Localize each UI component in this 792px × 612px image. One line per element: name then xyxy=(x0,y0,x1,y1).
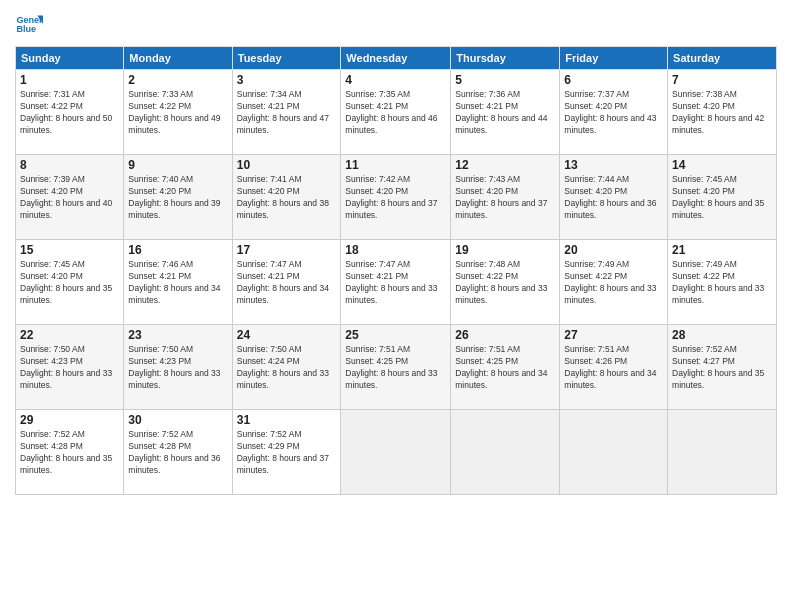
day-number: 6 xyxy=(564,73,663,87)
calendar-day-cell: 11 Sunrise: 7:42 AM Sunset: 4:20 PM Dayl… xyxy=(341,155,451,240)
day-info: Sunrise: 7:49 AM Sunset: 4:22 PM Dayligh… xyxy=(672,259,772,307)
calendar-day-cell: 27 Sunrise: 7:51 AM Sunset: 4:26 PM Dayl… xyxy=(560,325,668,410)
calendar-week-row: 22 Sunrise: 7:50 AM Sunset: 4:23 PM Dayl… xyxy=(16,325,777,410)
day-info: Sunrise: 7:51 AM Sunset: 4:25 PM Dayligh… xyxy=(345,344,446,392)
calendar-day-cell: 26 Sunrise: 7:51 AM Sunset: 4:25 PM Dayl… xyxy=(451,325,560,410)
day-info: Sunrise: 7:45 AM Sunset: 4:20 PM Dayligh… xyxy=(672,174,772,222)
calendar-day-cell: 4 Sunrise: 7:35 AM Sunset: 4:21 PM Dayli… xyxy=(341,70,451,155)
calendar-day-cell: 9 Sunrise: 7:40 AM Sunset: 4:20 PM Dayli… xyxy=(124,155,232,240)
day-info: Sunrise: 7:39 AM Sunset: 4:20 PM Dayligh… xyxy=(20,174,119,222)
calendar-day-cell: 22 Sunrise: 7:50 AM Sunset: 4:23 PM Dayl… xyxy=(16,325,124,410)
weekday-header: Sunday xyxy=(16,47,124,70)
day-number: 14 xyxy=(672,158,772,172)
day-number: 21 xyxy=(672,243,772,257)
day-number: 11 xyxy=(345,158,446,172)
calendar-day-cell: 16 Sunrise: 7:46 AM Sunset: 4:21 PM Dayl… xyxy=(124,240,232,325)
calendar-day-cell: 1 Sunrise: 7:31 AM Sunset: 4:22 PM Dayli… xyxy=(16,70,124,155)
day-info: Sunrise: 7:51 AM Sunset: 4:25 PM Dayligh… xyxy=(455,344,555,392)
calendar-day-cell: 23 Sunrise: 7:50 AM Sunset: 4:23 PM Dayl… xyxy=(124,325,232,410)
calendar-day-cell: 17 Sunrise: 7:47 AM Sunset: 4:21 PM Dayl… xyxy=(232,240,341,325)
logo-icon: General Blue xyxy=(15,10,43,38)
day-number: 30 xyxy=(128,413,227,427)
day-info: Sunrise: 7:51 AM Sunset: 4:26 PM Dayligh… xyxy=(564,344,663,392)
calendar-body: 1 Sunrise: 7:31 AM Sunset: 4:22 PM Dayli… xyxy=(16,70,777,495)
calendar-day-cell: 2 Sunrise: 7:33 AM Sunset: 4:22 PM Dayli… xyxy=(124,70,232,155)
calendar-week-row: 1 Sunrise: 7:31 AM Sunset: 4:22 PM Dayli… xyxy=(16,70,777,155)
calendar-day-cell: 25 Sunrise: 7:51 AM Sunset: 4:25 PM Dayl… xyxy=(341,325,451,410)
day-info: Sunrise: 7:38 AM Sunset: 4:20 PM Dayligh… xyxy=(672,89,772,137)
day-number: 29 xyxy=(20,413,119,427)
day-info: Sunrise: 7:52 AM Sunset: 4:27 PM Dayligh… xyxy=(672,344,772,392)
calendar-day-cell: 8 Sunrise: 7:39 AM Sunset: 4:20 PM Dayli… xyxy=(16,155,124,240)
day-number: 18 xyxy=(345,243,446,257)
day-info: Sunrise: 7:49 AM Sunset: 4:22 PM Dayligh… xyxy=(564,259,663,307)
svg-text:Blue: Blue xyxy=(16,24,36,34)
day-number: 5 xyxy=(455,73,555,87)
calendar-day-cell xyxy=(668,410,777,495)
day-info: Sunrise: 7:40 AM Sunset: 4:20 PM Dayligh… xyxy=(128,174,227,222)
day-number: 1 xyxy=(20,73,119,87)
day-info: Sunrise: 7:52 AM Sunset: 4:29 PM Dayligh… xyxy=(237,429,337,477)
calendar-page: General Blue SundayMondayTuesdayWednesda… xyxy=(0,0,792,612)
day-number: 16 xyxy=(128,243,227,257)
calendar-day-cell: 24 Sunrise: 7:50 AM Sunset: 4:24 PM Dayl… xyxy=(232,325,341,410)
day-info: Sunrise: 7:44 AM Sunset: 4:20 PM Dayligh… xyxy=(564,174,663,222)
calendar-week-row: 15 Sunrise: 7:45 AM Sunset: 4:20 PM Dayl… xyxy=(16,240,777,325)
day-info: Sunrise: 7:48 AM Sunset: 4:22 PM Dayligh… xyxy=(455,259,555,307)
calendar-day-cell: 31 Sunrise: 7:52 AM Sunset: 4:29 PM Dayl… xyxy=(232,410,341,495)
day-number: 22 xyxy=(20,328,119,342)
day-number: 28 xyxy=(672,328,772,342)
day-info: Sunrise: 7:41 AM Sunset: 4:20 PM Dayligh… xyxy=(237,174,337,222)
day-info: Sunrise: 7:52 AM Sunset: 4:28 PM Dayligh… xyxy=(128,429,227,477)
header: General Blue xyxy=(15,10,777,38)
day-info: Sunrise: 7:35 AM Sunset: 4:21 PM Dayligh… xyxy=(345,89,446,137)
day-info: Sunrise: 7:42 AM Sunset: 4:20 PM Dayligh… xyxy=(345,174,446,222)
day-info: Sunrise: 7:45 AM Sunset: 4:20 PM Dayligh… xyxy=(20,259,119,307)
calendar-day-cell: 21 Sunrise: 7:49 AM Sunset: 4:22 PM Dayl… xyxy=(668,240,777,325)
calendar-week-row: 29 Sunrise: 7:52 AM Sunset: 4:28 PM Dayl… xyxy=(16,410,777,495)
day-number: 13 xyxy=(564,158,663,172)
weekday-header: Wednesday xyxy=(341,47,451,70)
day-number: 26 xyxy=(455,328,555,342)
weekday-header: Monday xyxy=(124,47,232,70)
calendar-day-cell: 14 Sunrise: 7:45 AM Sunset: 4:20 PM Dayl… xyxy=(668,155,777,240)
day-number: 7 xyxy=(672,73,772,87)
day-number: 25 xyxy=(345,328,446,342)
day-info: Sunrise: 7:50 AM Sunset: 4:23 PM Dayligh… xyxy=(128,344,227,392)
day-info: Sunrise: 7:47 AM Sunset: 4:21 PM Dayligh… xyxy=(345,259,446,307)
day-number: 19 xyxy=(455,243,555,257)
calendar-day-cell: 10 Sunrise: 7:41 AM Sunset: 4:20 PM Dayl… xyxy=(232,155,341,240)
day-info: Sunrise: 7:33 AM Sunset: 4:22 PM Dayligh… xyxy=(128,89,227,137)
logo: General Blue xyxy=(15,10,43,38)
weekday-header: Saturday xyxy=(668,47,777,70)
calendar-day-cell: 20 Sunrise: 7:49 AM Sunset: 4:22 PM Dayl… xyxy=(560,240,668,325)
day-number: 27 xyxy=(564,328,663,342)
day-info: Sunrise: 7:43 AM Sunset: 4:20 PM Dayligh… xyxy=(455,174,555,222)
day-number: 2 xyxy=(128,73,227,87)
day-number: 17 xyxy=(237,243,337,257)
day-number: 8 xyxy=(20,158,119,172)
day-info: Sunrise: 7:50 AM Sunset: 4:24 PM Dayligh… xyxy=(237,344,337,392)
day-number: 23 xyxy=(128,328,227,342)
calendar-day-cell: 18 Sunrise: 7:47 AM Sunset: 4:21 PM Dayl… xyxy=(341,240,451,325)
day-number: 3 xyxy=(237,73,337,87)
calendar-day-cell: 19 Sunrise: 7:48 AM Sunset: 4:22 PM Dayl… xyxy=(451,240,560,325)
calendar-day-cell: 29 Sunrise: 7:52 AM Sunset: 4:28 PM Dayl… xyxy=(16,410,124,495)
calendar-table: SundayMondayTuesdayWednesdayThursdayFrid… xyxy=(15,46,777,495)
day-number: 9 xyxy=(128,158,227,172)
day-info: Sunrise: 7:31 AM Sunset: 4:22 PM Dayligh… xyxy=(20,89,119,137)
calendar-day-cell: 12 Sunrise: 7:43 AM Sunset: 4:20 PM Dayl… xyxy=(451,155,560,240)
calendar-day-cell: 13 Sunrise: 7:44 AM Sunset: 4:20 PM Dayl… xyxy=(560,155,668,240)
day-number: 4 xyxy=(345,73,446,87)
calendar-day-cell: 28 Sunrise: 7:52 AM Sunset: 4:27 PM Dayl… xyxy=(668,325,777,410)
weekday-header: Friday xyxy=(560,47,668,70)
day-number: 20 xyxy=(564,243,663,257)
calendar-day-cell xyxy=(451,410,560,495)
calendar-day-cell: 5 Sunrise: 7:36 AM Sunset: 4:21 PM Dayli… xyxy=(451,70,560,155)
day-number: 10 xyxy=(237,158,337,172)
calendar-week-row: 8 Sunrise: 7:39 AM Sunset: 4:20 PM Dayli… xyxy=(16,155,777,240)
day-number: 15 xyxy=(20,243,119,257)
day-info: Sunrise: 7:37 AM Sunset: 4:20 PM Dayligh… xyxy=(564,89,663,137)
calendar-day-cell xyxy=(341,410,451,495)
weekday-header: Thursday xyxy=(451,47,560,70)
